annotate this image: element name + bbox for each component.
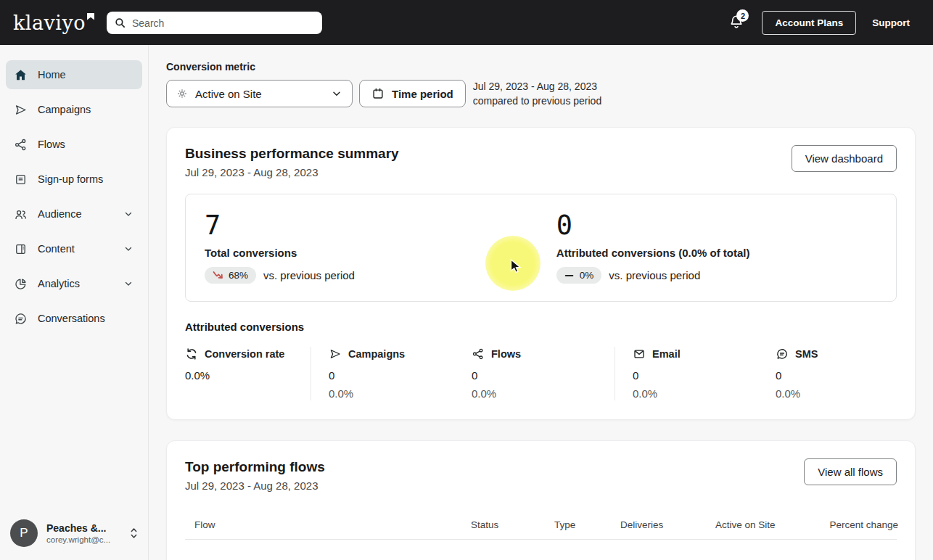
attr-label-text: Campaigns xyxy=(348,348,405,360)
col-header-active-on-site: Active on Site xyxy=(715,519,816,530)
attr-col-flows: Flows 0 0.0% xyxy=(472,347,615,400)
attr-value: 0.0% xyxy=(185,369,311,382)
account-info: Peaches &... corey.wright@c... xyxy=(46,522,110,544)
compare-text: vs. previous period xyxy=(263,269,355,281)
notification-badge: 2 xyxy=(736,9,749,22)
view-all-flows-button[interactable]: View all flows xyxy=(804,458,897,485)
sidebar-item-signup-forms[interactable]: Sign-up forms xyxy=(6,165,142,194)
calendar-icon xyxy=(371,87,385,100)
gear-icon xyxy=(176,88,188,99)
card-date-range: Jul 29, 2023 - Aug 28, 2023 xyxy=(185,166,399,178)
sidebar-item-content[interactable]: Content xyxy=(6,234,142,263)
attr-percent: 0.0% xyxy=(633,387,776,400)
attributed-conversions-row: Conversion rate 0.0% Campaigns 0 0.0% xyxy=(185,347,897,402)
time-period-label: Time period xyxy=(392,88,453,100)
chevron-down-icon xyxy=(123,244,133,254)
attr-percent: 0.0% xyxy=(472,387,615,400)
klaviyo-flag-icon xyxy=(87,13,94,20)
attr-percent xyxy=(185,387,311,400)
document-icon xyxy=(14,242,28,256)
compare-text: vs. previous period xyxy=(609,269,700,281)
attr-label-text: Flows xyxy=(491,348,521,360)
attr-value: 0 xyxy=(776,369,918,382)
sidebar-item-conversations[interactable]: Conversations xyxy=(6,304,142,333)
card-title: Top performing flows xyxy=(185,458,325,476)
card-date-range: Jul 29, 2023 - Aug 28, 2023 xyxy=(185,479,325,492)
attr-col-campaigns: Campaigns 0 0.0% xyxy=(329,347,472,400)
attr-col-conversion-rate: Conversion rate 0.0% xyxy=(185,347,311,400)
sidebar-item-label: Audience xyxy=(38,208,81,220)
topbar-actions: 2 Account Plans Support xyxy=(728,11,933,35)
date-range: Jul 29, 2023 - Aug 28, 2023 xyxy=(473,79,601,94)
flows-table-header: Flow Status Type Deliveries Active on Si… xyxy=(185,519,897,540)
change-badge: 68% xyxy=(205,267,256,284)
col-header-percent-change: Percent change xyxy=(816,519,898,530)
search-input[interactable] xyxy=(132,17,315,29)
send-icon xyxy=(329,347,342,361)
main-content: Conversion metric Active on Site Time pe… xyxy=(149,45,933,560)
up-down-chevron-icon xyxy=(128,527,139,540)
search-bar[interactable] xyxy=(107,12,322,34)
attr-percent: 0.0% xyxy=(776,387,918,400)
attr-label-text: Email xyxy=(652,348,681,360)
people-icon xyxy=(14,207,28,221)
chevron-down-icon xyxy=(331,88,342,99)
avatar: P xyxy=(10,519,38,547)
form-icon xyxy=(14,173,28,186)
attr-label-text: Conversion rate xyxy=(205,348,284,360)
klaviyo-logo[interactable]: klaviyo xyxy=(13,12,94,34)
account-switcher[interactable]: P Peaches &... corey.wright@c... xyxy=(10,519,139,547)
sidebar-item-home[interactable]: Home xyxy=(6,60,142,89)
sync-icon xyxy=(185,347,198,361)
chevron-down-icon xyxy=(123,209,133,219)
change-value: 0% xyxy=(580,270,594,281)
share-network-icon xyxy=(14,138,28,152)
sidebar-item-audience[interactable]: Audience xyxy=(6,199,142,228)
trend-flat-icon xyxy=(564,271,575,281)
search-icon xyxy=(114,17,126,29)
sidebar-item-analytics[interactable]: Analytics xyxy=(6,269,142,298)
change-value: 68% xyxy=(229,270,248,281)
attr-value: 0 xyxy=(472,369,615,382)
home-icon xyxy=(14,68,28,82)
attributed-conversions-stat: 0 Attributed conversions (0.0% of total)… xyxy=(556,211,750,284)
stat-value: 7 xyxy=(205,211,556,240)
time-period-button[interactable]: Time period xyxy=(359,80,466,107)
conversion-metric-select[interactable]: Active on Site xyxy=(166,80,353,107)
stat-value: 0 xyxy=(556,211,750,240)
attr-value: 0 xyxy=(329,369,472,382)
conversions-stat-box: 7 Total conversions 68% vs. previous per… xyxy=(185,194,897,302)
col-header-type: Type xyxy=(554,519,620,530)
attributed-conversions-title: Attributed conversions xyxy=(185,321,897,333)
card-head-text: Top performing flows Jul 29, 2023 - Aug … xyxy=(185,458,325,492)
date-range-note: Jul 29, 2023 - Aug 28, 2023 compared to … xyxy=(473,79,601,108)
sidebar-item-label: Sign-up forms xyxy=(38,173,103,185)
col-header-deliveries: Deliveries xyxy=(620,519,715,530)
sidebar-item-flows[interactable]: Flows xyxy=(6,130,142,159)
selected-metric: Active on Site xyxy=(195,88,262,100)
attr-col-sms: SMS 0 0.0% xyxy=(776,347,918,400)
sidebar: Home Campaigns Flows Sign-up forms Audie… xyxy=(0,45,149,560)
share-network-icon xyxy=(472,347,485,361)
send-icon xyxy=(14,103,28,117)
sidebar-item-campaigns[interactable]: Campaigns xyxy=(6,95,142,124)
business-performance-card: Business performance summary Jul 29, 202… xyxy=(166,127,916,420)
sidebar-item-label: Content xyxy=(38,243,75,255)
sidebar-item-label: Flows xyxy=(38,139,65,150)
sidebar-item-label: Analytics xyxy=(38,278,80,289)
envelope-icon xyxy=(633,347,646,361)
account-name: Peaches &... xyxy=(46,522,110,534)
view-dashboard-button[interactable]: View dashboard xyxy=(792,145,897,172)
stat-label: Attributed conversions (0.0% of total) xyxy=(556,247,750,259)
card-title: Business performance summary xyxy=(185,145,399,162)
attr-col-email: Email 0 0.0% xyxy=(633,347,776,400)
total-conversions-stat: 7 Total conversions 68% vs. previous per… xyxy=(205,211,556,284)
sms-chat-icon xyxy=(776,347,789,361)
support-link[interactable]: Support xyxy=(872,17,910,28)
card-head-text: Business performance summary Jul 29, 202… xyxy=(185,145,399,178)
attr-percent: 0.0% xyxy=(329,387,472,400)
notifications-button[interactable]: 2 xyxy=(728,13,746,32)
sidebar-item-label: Campaigns xyxy=(38,104,91,115)
sidebar-item-label: Conversations xyxy=(38,313,105,324)
account-plans-button[interactable]: Account Plans xyxy=(762,11,856,35)
